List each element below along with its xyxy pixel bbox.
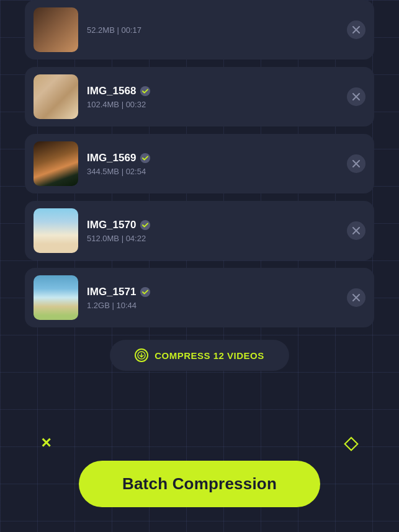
svg-point-3 [140,286,150,296]
video-meta-1569: 344.5MB | 02:54 [87,167,347,176]
video-info-1570: IMG_1570 512.0MB | 04:22 [78,219,347,243]
remove-button-1569[interactable] [347,154,365,173]
video-item-1570: IMG_1570 512.0MB | 04:22 [25,201,374,260]
check-icon-1571 [140,286,151,298]
video-thumbnail-1571 [34,275,78,320]
compress-button-wrapper: COMPRESS 12 VIDEOS [25,340,374,371]
deco-x-icon: ✕ [40,435,52,451]
video-item-1568: IMG_1568 102.4MB | 00:32 [25,67,374,126]
remove-button-1571[interactable] [347,288,365,307]
svg-point-2 [140,219,150,229]
video-meta-1570: 512.0MB | 04:22 [87,234,347,243]
remove-button-1570[interactable] [347,221,365,240]
batch-button-wrapper: Batch Compression [0,461,399,507]
compress-button-label: COMPRESS 12 VIDEOS [155,350,264,361]
check-icon-1568 [140,86,151,97]
batch-button-label: Batch Compression [122,474,277,493]
compress-button[interactable]: COMPRESS 12 VIDEOS [110,340,289,371]
video-thumbnail-partial [34,7,78,52]
video-info-partial: 52.2MB | 00:17 [78,25,347,35]
video-name-1571: IMG_1571 [87,286,347,298]
video-thumbnail-1570 [34,208,78,253]
video-meta-1571: 1.2GB | 10:44 [87,301,347,310]
video-meta-partial: 52.2MB | 00:17 [87,25,347,35]
video-name-1569: IMG_1569 [87,152,347,164]
video-item-1569: IMG_1569 344.5MB | 02:54 [25,134,374,193]
video-name-1570: IMG_1570 [87,219,347,231]
video-thumbnail-1569 [34,141,78,186]
svg-point-1 [140,153,150,162]
decoration-area: ✕ [0,408,399,458]
video-item-partial: 52.2MB | 00:17 [25,0,374,60]
video-item-1571: IMG_1571 1.2GB | 10:44 [25,268,374,327]
video-name-1568: IMG_1568 [87,85,347,97]
deco-diamond-icon [344,437,359,451]
svg-point-0 [140,86,150,95]
video-meta-1568: 102.4MB | 00:32 [87,100,347,109]
video-info-1569: IMG_1569 344.5MB | 02:54 [78,152,347,176]
check-icon-1570 [140,219,151,231]
page-container: 52.2MB | 00:17 IMG_1568 [0,0,399,532]
video-info-1568: IMG_1568 102.4MB | 00:32 [78,85,347,109]
video-thumbnail-1568 [34,74,78,119]
remove-button-1568[interactable] [347,87,365,106]
compress-icon [135,348,148,362]
video-info-1571: IMG_1571 1.2GB | 10:44 [78,286,347,310]
batch-compression-button[interactable]: Batch Compression [79,461,320,507]
remove-button-partial[interactable] [347,20,365,39]
video-list: 52.2MB | 00:17 IMG_1568 [25,0,374,371]
check-icon-1569 [140,153,151,164]
